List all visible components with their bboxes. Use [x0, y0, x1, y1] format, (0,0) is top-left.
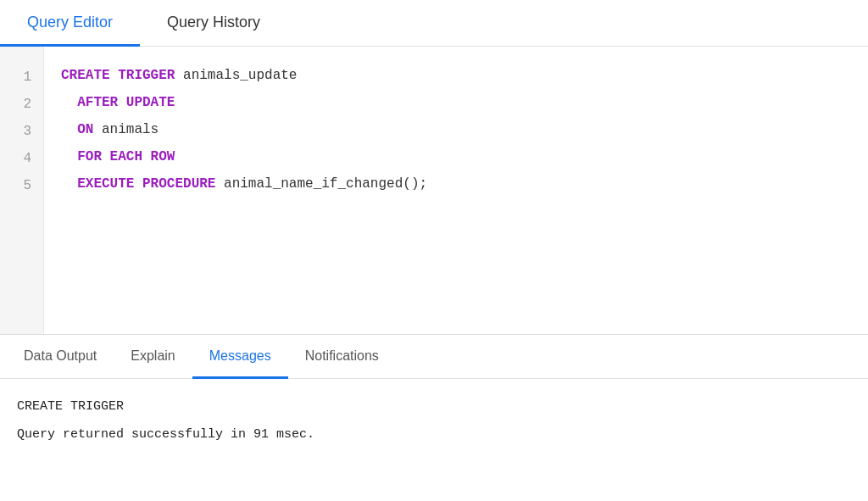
code-line-4: FOR EACH ROW [61, 143, 851, 170]
tab-query-editor[interactable]: Query Editor [0, 1, 140, 47]
editor-area: 1 2 3 4 5 CREATE TRIGGER animals_update … [0, 47, 868, 335]
tab-notifications-label: Notifications [305, 348, 379, 364]
line-number-5: 5 [12, 172, 31, 199]
tab-query-history[interactable]: Query History [140, 1, 287, 47]
line-number-4: 4 [12, 145, 31, 172]
code-editor[interactable]: CREATE TRIGGER animals_update AFTER UPDA… [44, 47, 868, 334]
code-line-2: AFTER UPDATE [61, 89, 851, 116]
tab-query-history-label: Query History [167, 14, 260, 31]
keyword-on: ON [61, 116, 93, 144]
line-number-2: 2 [12, 91, 31, 118]
output-success-message: Query returned successfully in 91 msec. [17, 427, 314, 442]
tab-query-editor-label: Query Editor [27, 14, 113, 31]
bottom-tab-bar: Data Output Explain Messages Notificatio… [0, 335, 868, 379]
line-number-3: 3 [12, 118, 31, 145]
tab-data-output-label: Data Output [24, 348, 97, 364]
keyword-after-update: AFTER UPDATE [61, 89, 175, 117]
output-area: CREATE TRIGGER Query returned successful… [0, 379, 868, 476]
tab-explain[interactable]: Explain [114, 336, 192, 379]
keyword-for-each-row: FOR EACH ROW [61, 143, 175, 171]
tab-messages[interactable]: Messages [192, 336, 288, 379]
output-line-1: CREATE TRIGGER [17, 399, 851, 414]
code-line-1: CREATE TRIGGER animals_update [61, 62, 851, 89]
tab-explain-label: Explain [131, 348, 175, 364]
code-line-5: EXECUTE PROCEDURE animal_name_if_changed… [61, 170, 851, 198]
tab-messages-label: Messages [209, 348, 271, 364]
tab-data-output[interactable]: Data Output [7, 336, 114, 379]
code-procedure-call: animal_name_if_changed(); [215, 170, 427, 198]
line-number-1: 1 [12, 64, 31, 91]
code-animals-update: animals_update [175, 62, 297, 90]
tab-notifications[interactable]: Notifications [288, 336, 396, 379]
line-numbers: 1 2 3 4 5 [0, 47, 44, 334]
keyword-create-trigger: CREATE TRIGGER [61, 62, 175, 90]
code-line-3: ON animals [61, 116, 851, 143]
keyword-execute-procedure: EXECUTE PROCEDURE [61, 170, 215, 198]
output-line-2: Query returned successfully in 91 msec. [17, 427, 851, 442]
output-create-trigger: CREATE TRIGGER [17, 399, 124, 414]
code-animals: animals [93, 116, 159, 144]
top-tab-bar: Query Editor Query History [0, 0, 868, 47]
